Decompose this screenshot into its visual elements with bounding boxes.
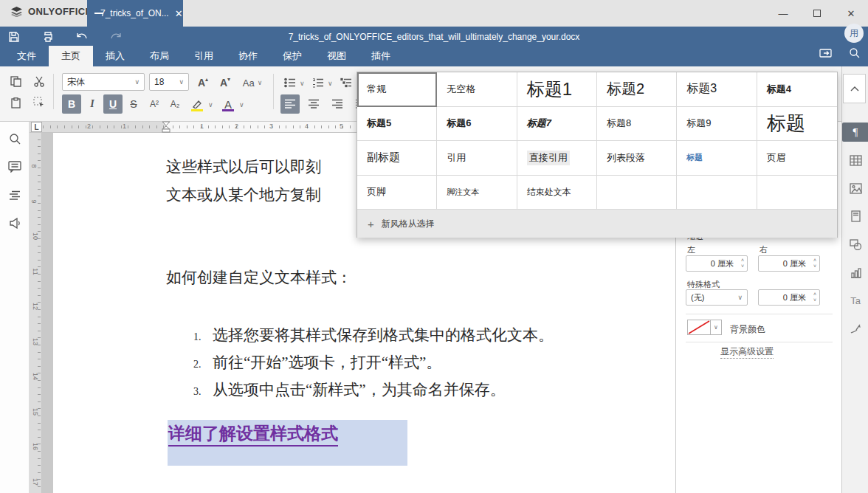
special-indent-spinner[interactable]: 0 厘米˄˅ — [758, 289, 820, 306]
strikethrough-button[interactable]: S — [124, 94, 143, 114]
search-icon[interactable] — [849, 47, 861, 59]
align-right-button[interactable] — [328, 94, 347, 114]
multilevel-list-icon — [340, 77, 352, 88]
background-color-dropdown[interactable]: ∨ — [711, 320, 722, 335]
style-heading1[interactable]: 标题1 — [517, 72, 597, 107]
spinner-arrows[interactable]: ˄˅ — [813, 292, 816, 303]
undo-button[interactable] — [74, 29, 90, 45]
hyperlink[interactable]: 详细了解设置样式格式 — [168, 422, 338, 447]
numbered-list-button[interactable] — [309, 73, 328, 92]
style-normal[interactable]: 常规 — [357, 72, 437, 107]
highlight-color-button[interactable] — [187, 94, 207, 114]
tab-layout[interactable]: 布局 — [137, 46, 182, 66]
collapse-toolbar-button[interactable] — [843, 74, 866, 103]
change-case-button[interactable]: Aa∨ — [239, 73, 266, 92]
table-settings-button[interactable] — [846, 151, 865, 170]
style-list-paragraph[interactable]: 列表段落 — [597, 141, 677, 176]
header-footer-settings-button[interactable] — [846, 207, 865, 226]
tab-references[interactable]: 引用 — [182, 46, 226, 66]
copy-button[interactable] — [6, 72, 25, 91]
tab-collaboration[interactable]: 协作 — [226, 46, 270, 66]
style-heading5[interactable]: 标题5 — [357, 107, 437, 142]
style-intense-quote[interactable]: 直接引用 — [517, 141, 597, 176]
paste-button[interactable] — [6, 93, 25, 112]
style-heading4[interactable]: 标题4 — [757, 72, 837, 107]
special-indent-select[interactable]: (无)∨ — [686, 289, 748, 306]
bullet-list-button[interactable] — [280, 73, 300, 92]
paragraph-settings-button[interactable]: ¶ — [842, 123, 868, 142]
align-center-button[interactable] — [304, 94, 323, 114]
maximize-button[interactable] — [800, 0, 834, 27]
signature-settings-button[interactable] — [846, 319, 865, 338]
tab-insert[interactable]: 插入 — [93, 46, 137, 66]
decrease-font-button[interactable]: A▾ — [216, 73, 235, 92]
bullet-dropdown-arrow[interactable]: ∨ — [300, 80, 305, 87]
open-file-location-icon[interactable] — [819, 47, 833, 59]
style-quote[interactable]: 引用 — [437, 141, 517, 176]
titlebar: ONLYOFFICE 7_tricks_of_ON... ✕ — ✕ — [0, 0, 868, 27]
style-caption[interactable]: 标题 — [677, 141, 757, 176]
redo-button[interactable] — [108, 29, 124, 45]
style-heading7[interactable]: 标题7 — [517, 107, 597, 142]
tab-protection[interactable]: 保护 — [270, 46, 314, 66]
chart-settings-button[interactable] — [846, 263, 865, 282]
search-icon — [9, 133, 21, 145]
shape-settings-button[interactable] — [846, 235, 865, 254]
underline-button[interactable]: U — [103, 94, 123, 114]
indent-right-spinner[interactable]: 0 厘米˄˅ — [758, 255, 820, 272]
align-left-button[interactable] — [280, 94, 300, 114]
style-footer[interactable]: 页脚 — [357, 176, 437, 210]
style-no-spacing[interactable]: 无空格 — [437, 72, 517, 107]
style-endnote-text[interactable]: 结束处文本 — [517, 176, 597, 210]
font-color-dropdown-arrow[interactable]: ∨ — [239, 101, 244, 108]
tab-stop-selector[interactable]: L — [31, 122, 42, 132]
tab-file[interactable]: 文件 — [4, 46, 49, 66]
style-subtitle[interactable]: 副标题 — [357, 141, 437, 176]
tab-plugins[interactable]: 插件 — [359, 46, 403, 66]
close-button[interactable]: ✕ — [834, 0, 868, 27]
close-tab-icon[interactable]: ✕ — [175, 8, 183, 19]
navigation-button[interactable] — [7, 187, 23, 203]
feedback-button[interactable] — [7, 215, 23, 231]
italic-button[interactable]: I — [83, 94, 102, 114]
style-header[interactable]: 页眉 — [757, 141, 837, 176]
save-button[interactable] — [6, 29, 22, 45]
avatar[interactable]: 用 — [844, 24, 864, 43]
font-size-select[interactable]: 18∨ — [149, 73, 189, 91]
superscript-button[interactable]: A² — [145, 94, 164, 114]
indent-marker[interactable] — [162, 121, 170, 134]
style-title[interactable]: 标题 — [757, 107, 837, 142]
style-heading3[interactable]: 标题3 — [677, 72, 757, 107]
document-tab[interactable]: 7_tricks_of_ON... ✕ — [87, 0, 183, 27]
find-button[interactable] — [7, 131, 23, 147]
spinner-arrows[interactable]: ˄˅ — [741, 258, 744, 269]
highlight-dropdown-arrow[interactable]: ∨ — [208, 101, 213, 108]
minimize-button[interactable]: — — [766, 0, 800, 27]
text-art-settings-button[interactable]: Ta — [846, 291, 865, 310]
style-footnote-text[interactable]: 脚注文本 — [437, 176, 517, 210]
style-heading8[interactable]: 标题8 — [597, 107, 677, 142]
numbered-dropdown-arrow[interactable]: ∨ — [328, 80, 333, 87]
multilevel-list-button[interactable] — [337, 73, 356, 92]
style-heading6[interactable]: 标题6 — [437, 107, 517, 142]
subscript-button[interactable]: A₂ — [165, 94, 185, 114]
font-color-button[interactable]: A — [218, 94, 238, 114]
vertical-ruler[interactable]: 8 9 10 11 12 13 14 15 16 17 — [30, 133, 42, 493]
cut-button[interactable] — [30, 72, 49, 91]
bold-button[interactable]: B — [62, 94, 81, 114]
image-settings-button[interactable] — [846, 179, 865, 198]
select-all-button[interactable] — [30, 93, 49, 112]
print-button[interactable] — [40, 29, 56, 45]
style-heading2[interactable]: 标题2 — [597, 72, 677, 107]
indent-left-spinner[interactable]: 0 厘米˄˅ — [686, 255, 748, 272]
style-heading9[interactable]: 标题9 — [677, 107, 757, 142]
font-name-select[interactable]: 宋体∨ — [62, 73, 145, 91]
increase-font-button[interactable]: A▴ — [193, 73, 213, 92]
tab-view[interactable]: 视图 — [314, 46, 359, 66]
background-color-swatch[interactable] — [687, 320, 711, 335]
tab-home[interactable]: 主页 — [49, 46, 93, 66]
comments-button[interactable] — [7, 159, 23, 175]
show-advanced-settings-link[interactable]: 显示高级设置 — [720, 345, 774, 359]
spinner-arrows[interactable]: ˄˅ — [813, 258, 816, 269]
new-style-from-selection[interactable]: + 新风格从选择 — [357, 210, 837, 238]
